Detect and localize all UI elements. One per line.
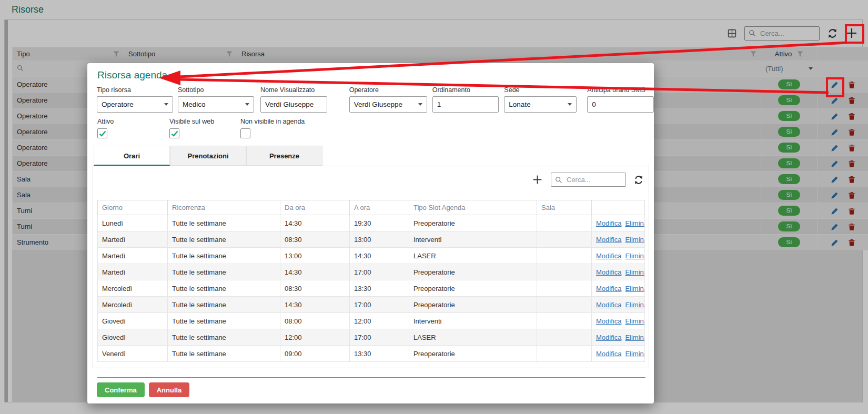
orari-row: Martedì Tutte le settimane 08:30 13:00 I… — [98, 231, 645, 248]
modifica-link[interactable]: Modifica — [596, 285, 621, 292]
footer-divider — [97, 377, 645, 378]
orari-row: Martedì Tutte le settimane 14:30 17:00 P… — [98, 264, 645, 280]
tab-prenotazioni[interactable]: Prenotazioni — [170, 146, 246, 166]
orari-row: Mercoledì Tutte le settimane 14:30 17:00… — [98, 297, 645, 313]
orari-tab-panel: Giorno Ricorrenza Da ora A ora Tipo Slot… — [93, 166, 649, 368]
column-a-ora: A ora — [350, 200, 409, 215]
risorsa-agenda-dialog: Risorsa agenda Tipo risorsa Operatore So… — [87, 63, 654, 403]
checkbox[interactable] — [169, 128, 179, 138]
elimina-link[interactable]: Elimina — [625, 252, 644, 260]
elimina-link[interactable]: Elimina — [625, 236, 644, 244]
chevron-down-icon — [418, 103, 422, 106]
field-sottotipo: Sottotipo Medico — [178, 86, 254, 113]
orari-row: Lunedì Tutte le settimane 14:30 19:30 Pr… — [98, 215, 645, 231]
modifica-link[interactable]: Modifica — [596, 252, 621, 260]
column-sala: Sala — [537, 200, 592, 215]
modifica-link[interactable]: Modifica — [596, 317, 621, 325]
orari-table-header: Giorno Ricorrenza Da ora A ora Tipo Slot… — [98, 200, 645, 215]
refresh-icon[interactable] — [634, 175, 643, 185]
dialog-tabs: OrariPrenotazioniPresenze — [94, 146, 322, 166]
field-anticipa-orario-sms: Anticipa orario SMS — [587, 86, 654, 113]
elimina-link[interactable]: Elimina — [625, 285, 644, 292]
orari-table: Giorno Ricorrenza Da ora A ora Tipo Slot… — [97, 200, 645, 362]
operatore-select[interactable]: Verdi Giuseppe — [349, 96, 427, 113]
field-nome-visualizzato: Nome Visualizzato — [260, 86, 327, 113]
elimina-link[interactable]: Elimina — [625, 219, 644, 227]
column-tipo-slot-agenda: Tipo Slot Agenda — [409, 200, 537, 215]
orari-search[interactable] — [551, 173, 626, 187]
chevron-down-icon — [164, 103, 168, 106]
sede-select[interactable]: Lonate — [504, 96, 577, 113]
search-icon — [555, 176, 562, 184]
tab-presenze[interactable]: Presenze — [246, 146, 322, 166]
check-icon — [171, 130, 178, 137]
elimina-link[interactable]: Elimina — [625, 301, 644, 309]
orari-search-input[interactable] — [566, 175, 622, 184]
orari-row: Giovedì Tutte le settimane 12:00 17:00 L… — [98, 329, 645, 346]
modifica-link[interactable]: Modifica — [596, 268, 621, 276]
elimina-link[interactable]: Elimina — [625, 350, 644, 358]
checkbox[interactable] — [97, 128, 107, 138]
sottotipo-select[interactable]: Medico — [178, 96, 254, 113]
checkbox-group: Visibile sul web — [169, 118, 240, 138]
orari-row: Martedì Tutte le settimane 13:00 14:30 L… — [98, 248, 645, 264]
ordinamento-input[interactable] — [432, 96, 499, 113]
nome-visualizzato-input[interactable] — [260, 96, 327, 113]
field-tipo-risorsa: Tipo risorsa Operatore — [97, 86, 173, 113]
dialog-title: Risorsa agenda — [97, 69, 167, 81]
checkbox-group: Non visibile in agenda — [240, 118, 305, 138]
elimina-link[interactable]: Elimina — [625, 334, 644, 341]
checkbox[interactable] — [240, 128, 250, 138]
tipo-risorsa-select[interactable]: Operatore — [97, 96, 173, 113]
orari-toolbar — [532, 173, 643, 187]
tab-orari[interactable]: Orari — [94, 146, 170, 166]
modifica-link[interactable]: Modifica — [596, 301, 621, 309]
column-da-ora: Da ora — [280, 200, 350, 215]
dialog-form: Tipo risorsa Operatore Sottotipo Medico … — [97, 86, 654, 113]
orari-row: Giovedì Tutte le settimane 08:00 12:00 I… — [98, 313, 645, 329]
modifica-link[interactable]: Modifica — [596, 219, 621, 227]
field-sede: Sede Lonate — [504, 86, 577, 113]
column-giorno: Giorno — [98, 200, 168, 215]
check-icon — [99, 130, 106, 137]
conferma-button[interactable]: Conferma — [97, 382, 145, 397]
checkbox-group: Attivo — [97, 118, 169, 138]
elimina-link[interactable]: Elimina — [625, 268, 644, 276]
orari-row: Venerdì Tutte le settimane 09:00 13:30 P… — [98, 346, 645, 362]
annulla-button[interactable]: Annulla — [149, 382, 190, 397]
dialog-footer: Conferma Annulla — [97, 382, 189, 397]
add-orario-button[interactable] — [532, 174, 543, 185]
dialog-checkboxes: Attivo Visibile sul web Non visibile in … — [97, 118, 305, 138]
modifica-link[interactable]: Modifica — [596, 334, 621, 341]
orari-row: Mercoledì Tutte le settimane 08:30 13:30… — [98, 280, 645, 297]
chevron-down-icon — [568, 103, 572, 106]
column-ricorrenza: Ricorrenza — [168, 200, 280, 215]
modifica-link[interactable]: Modifica — [596, 350, 621, 358]
elimina-link[interactable]: Elimina — [625, 317, 644, 325]
chevron-down-icon — [245, 103, 249, 106]
anticipa-orario-sms-input[interactable] — [587, 96, 654, 113]
field-ordinamento: Ordinamento — [432, 86, 499, 113]
risorse-screen: Risorse — [0, 0, 868, 414]
field-operatore: Operatore Verdi Giuseppe — [349, 86, 427, 113]
modifica-link[interactable]: Modifica — [596, 236, 621, 244]
